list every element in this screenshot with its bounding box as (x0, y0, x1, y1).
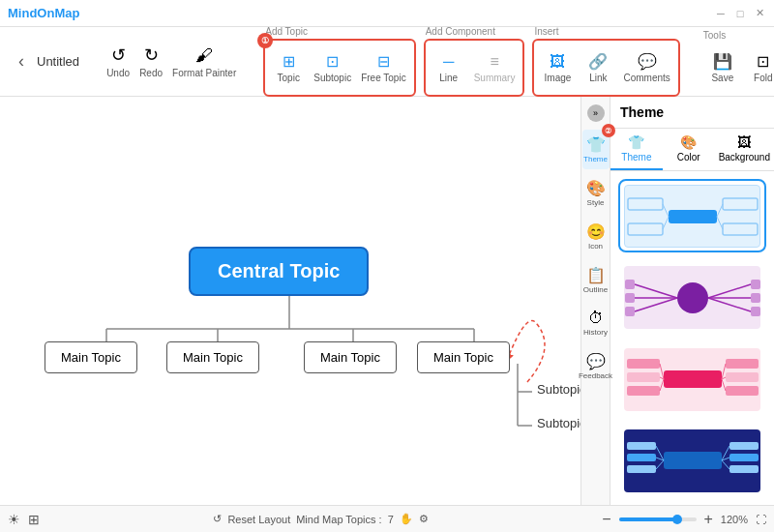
theme-preview-2 (624, 266, 760, 329)
central-topic[interactable]: Central Topic (189, 247, 369, 296)
theme-card-1[interactable] (618, 179, 766, 252)
panel-content (610, 171, 774, 505)
main-topic-2[interactable]: Main Topic (166, 341, 259, 373)
canvas[interactable]: Central Topic Main Topic Main Topic Main… (0, 97, 580, 505)
back-button[interactable]: ‹ (8, 48, 35, 75)
sidebar-item-history[interactable]: ⏱ History (582, 304, 610, 342)
topic-button[interactable]: ⊞ Topic (269, 43, 308, 93)
sidebar-item-style[interactable]: 🎨 Style (582, 173, 610, 213)
line-button[interactable]: ─ Line (430, 43, 468, 93)
svg-rect-33 (627, 372, 660, 382)
zoom-slider-thumb[interactable] (672, 515, 682, 524)
add-topic-label: Add Topic (265, 26, 415, 37)
theme-preview-3 (624, 348, 760, 411)
add-topic-box: ① ⊞ Topic ⊡ Subtopic ⊟ Free Topic (263, 39, 415, 97)
theme2-svg (625, 270, 760, 326)
link-button[interactable]: 🔗 Link (579, 43, 617, 93)
main-topic-4[interactable]: Main Topic (417, 341, 510, 373)
svg-line-41 (722, 364, 726, 379)
zoom-minus[interactable]: − (602, 511, 610, 528)
sidebar-item-feedback[interactable]: 💬 Feedback (582, 346, 610, 386)
comments-button[interactable]: 💬 Comments (619, 43, 673, 93)
svg-rect-35 (726, 359, 759, 369)
fullscreen-icon[interactable]: ⛶ (756, 514, 766, 525)
svg-rect-36 (726, 372, 759, 382)
sidebar-item-outline[interactable]: 📋 Outline (582, 260, 610, 300)
history-row: ↺ Undo ↻ Redo 🖌 Format Painter (103, 41, 240, 83)
toolbar: ‹ Untitled ↺ Undo ↻ Redo 🖌 Format Painte… (0, 27, 774, 97)
svg-rect-47 (627, 465, 656, 473)
undo-icon: ↺ (111, 44, 126, 66)
redo-button[interactable]: ↻ Redo (135, 41, 166, 83)
image-label: Image (545, 73, 572, 83)
panel-tab-background[interactable]: 🖼 Background (715, 129, 774, 170)
zoom-plus[interactable]: + (704, 511, 713, 528)
minimize-button[interactable]: ─ (714, 7, 728, 20)
panel-tab-theme[interactable]: 👕 Theme (610, 129, 663, 170)
titlebar: MindOnMap ─ □ ✕ (0, 0, 774, 27)
reset-layout-icon[interactable]: ↺ (213, 513, 222, 525)
summary-label: Summary (474, 73, 516, 83)
grid-icon[interactable]: ⊞ (28, 512, 40, 527)
svg-line-17 (717, 217, 723, 229)
nav-section: ‹ Untitled (8, 48, 79, 75)
summary-icon: ≡ (490, 53, 498, 71)
svg-rect-29 (751, 293, 760, 303)
svg-rect-34 (627, 386, 660, 396)
topic-count: 7 (388, 514, 394, 525)
zoom-slider[interactable] (619, 517, 697, 521)
zoom-slider-fill (619, 517, 677, 521)
panel-tabs: 👕 Theme 🎨 Color 🖼 Background (610, 129, 774, 171)
subtopic-2[interactable]: Subtopic (537, 416, 580, 430)
sun-icon[interactable]: ☀ (8, 512, 20, 527)
svg-line-21 (635, 298, 677, 311)
image-button[interactable]: 🖼 Image (538, 43, 577, 93)
panel-theme-label: Theme (621, 152, 651, 163)
save-label: Save (711, 73, 733, 83)
statusbar: ☀ ⊞ ↺ Reset Layout Mind Map Topics : 7 ✋… (0, 505, 774, 532)
free-topic-button[interactable]: ⊟ Free Topic (357, 43, 410, 93)
undo-label: Undo (106, 68, 130, 78)
settings-icon[interactable]: ⚙ (419, 513, 429, 525)
svg-rect-49 (729, 454, 759, 461)
free-topic-icon: ⊟ (377, 52, 390, 71)
titlebar-left: MindOnMap (8, 6, 79, 20)
panel-tab-color[interactable]: 🎨 Color (663, 129, 715, 170)
mind-map-topics-label: Mind Map Topics : (296, 514, 381, 525)
hand-icon[interactable]: ✋ (400, 513, 413, 525)
sidebar-icon-label: Icon (588, 242, 603, 251)
tools-section: Tools 💾 Save ⊡ Fold (703, 30, 774, 93)
line-label: Line (439, 73, 458, 83)
topic-icon: ⊞ (283, 52, 295, 71)
link-label: Link (589, 73, 607, 83)
comments-icon: 💬 (638, 52, 657, 71)
svg-rect-45 (627, 442, 656, 450)
subtopic-button[interactable]: ⊡ Subtopic (310, 43, 355, 93)
redo-label: Redo (139, 68, 163, 78)
add-component-label: Add Component (426, 26, 525, 37)
main-topic-3[interactable]: Main Topic (304, 341, 397, 373)
subtopic-1[interactable]: Subtopic (537, 382, 580, 397)
undo-button[interactable]: ↺ Undo (103, 41, 134, 83)
theme-card-4[interactable] (618, 424, 766, 497)
svg-line-40 (660, 379, 664, 391)
theme-card-2[interactable] (618, 260, 766, 334)
format-painter-button[interactable]: 🖌 Format Painter (168, 41, 240, 83)
summary-button[interactable]: ≡ Summary (470, 43, 520, 93)
theme-icon: 👕 (586, 135, 606, 154)
app: MindOnMap ─ □ ✕ ‹ Untitled ↺ Undo ↻ Red (0, 0, 774, 532)
close-button[interactable]: ✕ (753, 7, 766, 20)
maximize-button[interactable]: □ (733, 7, 747, 20)
save-button[interactable]: 💾 Save (703, 43, 742, 93)
theme-card-3[interactable] (618, 342, 766, 416)
save-icon: 💾 (713, 52, 732, 71)
svg-rect-48 (729, 442, 759, 450)
sidebar-collapse-button[interactable]: » (587, 104, 605, 122)
fold-button[interactable]: ⊡ Fold (744, 43, 774, 93)
main-topic-1[interactable]: Main Topic (45, 341, 137, 373)
sidebar-item-icon[interactable]: 😊 Icon (582, 217, 610, 256)
free-topic-label: Free Topic (361, 73, 406, 83)
sidebar-theme-wrapper: ② 👕 Theme (582, 130, 610, 169)
badge-2: ② (602, 124, 615, 137)
svg-rect-9 (669, 210, 717, 223)
